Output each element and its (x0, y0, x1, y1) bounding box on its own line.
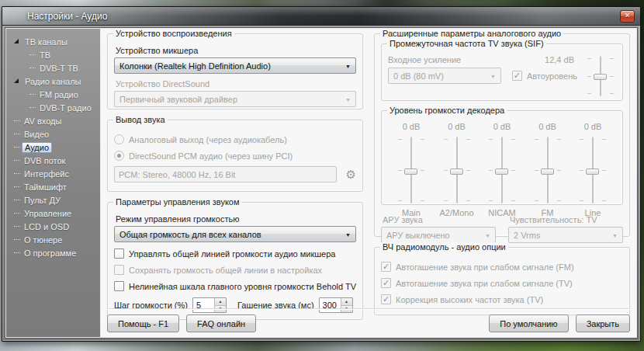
save-master-volume-checkbox[interactable] (114, 265, 124, 275)
decoder-slider-a2mono[interactable] (443, 134, 471, 206)
gear-icon[interactable]: ⚙ (346, 169, 356, 180)
group-title: Промежуточная частота TV звука (SIF) (387, 39, 546, 48)
directsound-pcm-label: DirectSound PCM аудио (через шину PCI) (129, 151, 293, 161)
channel-label: Line (585, 208, 601, 217)
sidebar-item-about-program[interactable]: О программе (11, 246, 99, 259)
defaults-button[interactable]: По умолчанию (489, 315, 568, 332)
group-title: Вывод звука (113, 115, 168, 124)
directsound-pcm-radio[interactable] (114, 151, 124, 161)
mixer-device-select[interactable]: Колонки (Realtek High Definition Audio) … (114, 57, 356, 74)
input-gain-select[interactable]: 0 dB (80 mV) ▼ (388, 68, 501, 84)
decoder-slider-fm[interactable] (534, 134, 562, 206)
agc-value: АРУ выключено (386, 231, 450, 240)
auto-mute-tv-checkbox[interactable]: ✓ (381, 278, 391, 288)
close-dialog-button[interactable]: Закрыть (576, 315, 630, 332)
auto-mute-fm-checkbox[interactable]: ✓ (381, 262, 391, 272)
channel-label: NICAM (488, 208, 515, 217)
group-playback-device: Устройство воспроизведения Устройство ми… (107, 33, 363, 109)
help-button[interactable]: Помощь - F1 (107, 315, 179, 332)
spin-up-button[interactable]: ▲ (215, 298, 226, 306)
slider-thumb[interactable] (594, 74, 607, 80)
directsound-device-label: Устройство DirectSound (116, 79, 355, 89)
sidebar-item-interface[interactable]: Интерфейс (11, 167, 99, 180)
spin-up-button[interactable]: ▲ (341, 298, 352, 306)
sidebar-item-label: DVB-T радио (37, 103, 94, 113)
tree-expander-icon[interactable] (14, 39, 19, 43)
slider-thumb[interactable] (404, 169, 417, 175)
sidebar-item-label: О тюнере (22, 235, 64, 245)
auto-level-checkbox[interactable]: ✓ (512, 71, 522, 81)
tree-expander-icon[interactable] (14, 78, 19, 83)
close-button[interactable]: ✕ (620, 10, 635, 23)
settings-window: Настройки - Аудио ✕ ТВ каналы ТВ DVB-T Т… (2, 6, 641, 342)
dialog-footer: Помощь - F1 FAQ онлайн По умолчанию Закр… (107, 308, 630, 337)
tree-connector (14, 173, 20, 174)
sidebar-item-fm-radio[interactable]: FM радио (11, 88, 99, 101)
faq-button-label: FAQ онлайн (197, 319, 245, 328)
sidebar-item-management[interactable]: Управление (11, 207, 99, 220)
channel-value: 0 dB (493, 122, 511, 131)
chevron-down-icon: ▼ (345, 232, 351, 238)
slider-ticks (398, 139, 402, 201)
help-button-label: Помощь - F1 (118, 319, 168, 328)
tree-connector (29, 94, 36, 95)
decoder-slider-line[interactable] (579, 134, 607, 206)
auto-mute-fm-label: Автогашение звука при слабом сигнале (FM… (396, 262, 574, 272)
directsound-device-select[interactable]: Первичный звуковой драйвер ▼ (114, 91, 356, 107)
save-master-volume-label: Сохранять громкость общей линии в настро… (129, 266, 322, 275)
slider-ticks (466, 139, 470, 201)
sidebar-item-audio[interactable]: Аудио (11, 141, 99, 154)
slider-thumb[interactable] (586, 169, 599, 175)
decoder-channel-a2mono: 0 dB A2/Mono (435, 122, 479, 217)
sidebar-item-label: Аудио (22, 142, 52, 153)
sidebar-item-video[interactable]: Видео (11, 127, 99, 141)
sidebar-item-radio-channels[interactable]: Радио каналы (11, 75, 99, 88)
channel-label: Main (402, 208, 421, 217)
sidebar-item-label: ТВ (37, 50, 53, 60)
slider-ticks (535, 139, 538, 201)
sidebar-item-timeshift[interactable]: Таймшифт (11, 180, 99, 193)
channel-label: FM (542, 208, 554, 217)
sidebar-item-about-tuner[interactable]: О тюнере (11, 233, 99, 246)
master-line-checkbox[interactable] (114, 248, 124, 259)
slider-ticks (610, 58, 614, 94)
sidebar-item-tv[interactable]: ТВ (11, 48, 99, 61)
mixer-device-label: Устройство микшера (116, 46, 355, 55)
sidebar-item-av-inputs[interactable]: AV входы (11, 114, 99, 127)
sensitivity-select[interactable]: 2 Vrms ▼ (508, 227, 623, 243)
window-title: Настройки - Аудио (27, 11, 107, 22)
decoder-slider-main[interactable] (397, 134, 425, 206)
check-icon: ✓ (514, 71, 521, 80)
sidebar-item-label: Интерфейс (22, 169, 71, 179)
chevron-down-icon: ▼ (612, 233, 618, 238)
faq-online-button[interactable]: FAQ онлайн (186, 315, 256, 332)
sidebar-item-label: Видео (22, 130, 51, 139)
sidebar-item-lcd-osd[interactable]: LCD и OSD (11, 220, 99, 233)
sidebar-item-dvb-stream[interactable]: DVB поток (11, 154, 99, 167)
nonlinear-scale-checkbox[interactable] (114, 281, 124, 291)
volume-mode-select[interactable]: Общая громкость для всех каналов ▼ (114, 226, 356, 242)
slider-thumb[interactable] (450, 169, 463, 175)
sidebar-item-label: DVB поток (22, 156, 68, 165)
group-rf-audio-options: ВЧ радиомодуль - аудио опции ✓ Автогашен… (374, 247, 630, 315)
agc-select[interactable]: АРУ выключено ▼ (381, 227, 496, 243)
tree-connector (14, 134, 20, 134)
sidebar-item-remote-control[interactable]: Пульт ДУ (11, 193, 99, 207)
slider-thumb[interactable] (495, 169, 508, 175)
slider-ticks (511, 139, 515, 201)
volume-mode-label: Режим управления громкостью (116, 214, 355, 224)
sidebar-item-dvbt-radio[interactable]: DVB-T радио (11, 101, 99, 114)
sidebar-item-tv-channels[interactable]: ТВ каналы (11, 35, 99, 48)
decoder-slider-nicam[interactable] (488, 134, 516, 206)
sidebar-item-dvbt-tv[interactable]: DVB-T ТВ (11, 61, 99, 75)
group-advanced-analog-audio: Расширенные параметры аналогового аудио … (374, 33, 630, 237)
check-icon: ✓ (383, 295, 390, 304)
tree-connector (29, 68, 36, 68)
group-decoder-volume: Уровень громкости декодера 0 dB (381, 110, 623, 205)
hf-correction-checkbox[interactable]: ✓ (381, 294, 391, 304)
sif-level-slider[interactable] (587, 54, 615, 99)
slider-ticks (421, 139, 424, 201)
analog-output-radio[interactable] (114, 134, 124, 144)
slider-thumb[interactable] (541, 169, 554, 175)
hf-correction-label: Коррекция высоких частот звука (TV) (396, 295, 543, 304)
